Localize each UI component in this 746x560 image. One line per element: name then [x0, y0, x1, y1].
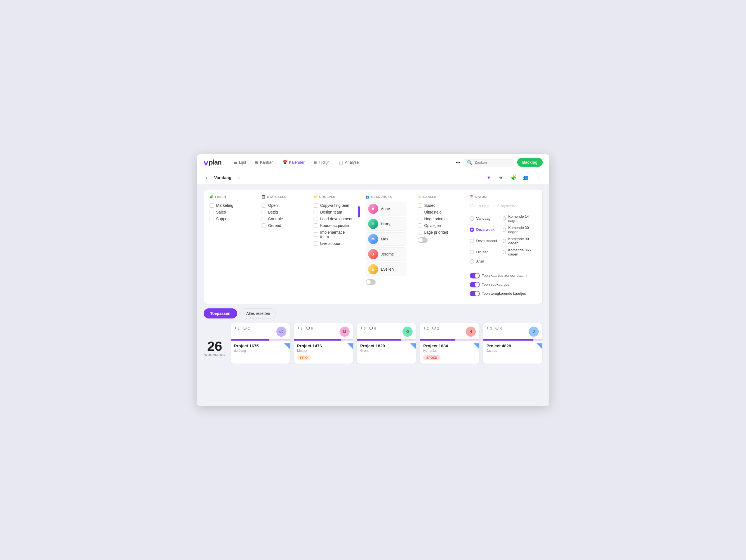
card-stats-1476: ⬆ 3 💬 6	[297, 327, 313, 331]
resource-evelien[interactable]: E Evelien	[366, 262, 406, 276]
date-deze-week[interactable]: Deze week	[470, 224, 498, 235]
filter-open[interactable]: Open	[261, 202, 302, 209]
lage-prio-checkbox[interactable]	[418, 230, 422, 234]
resource-max[interactable]: M Max	[366, 232, 406, 246]
radio-k14[interactable]	[503, 216, 506, 221]
uitgesteld-checkbox[interactable]	[418, 210, 422, 214]
radio-altijd[interactable]	[470, 259, 474, 263]
filter-lead-dev[interactable]: Lead development	[314, 216, 354, 222]
live-support-checkbox[interactable]	[314, 241, 318, 246]
hoge-prio-checkbox[interactable]	[418, 217, 422, 221]
open-checkbox[interactable]	[261, 203, 266, 208]
toggle-subkaartjes-switch[interactable]	[470, 282, 480, 287]
filter-koude[interactable]: Koude acquisitie	[314, 222, 354, 229]
filter-hoge-prio[interactable]: Hoge prioriteit	[418, 216, 458, 222]
nav-kanban[interactable]: ⊞ Kanban	[252, 159, 277, 166]
eye-icon[interactable]: 👁	[497, 173, 506, 182]
gereed-checkbox[interactable]	[261, 223, 266, 228]
date-k14[interactable]: Komende 14 dagen	[503, 213, 531, 224]
nav-kalender[interactable]: 📅 Kalender	[279, 159, 308, 166]
date-nav: ‹ Vandaag ›	[204, 174, 242, 181]
filter-lage-prio[interactable]: Lage prioriteit	[418, 229, 458, 236]
groepen-scrollbar[interactable]	[358, 206, 360, 218]
card-top-4829: ⬆ 3 💬 6 J	[483, 323, 542, 339]
resources-toggle[interactable]	[366, 279, 376, 285]
toggle-zonder-datum-switch[interactable]	[470, 273, 480, 278]
menu-dots-icon[interactable]: ⋮	[534, 173, 543, 182]
resource-anne[interactable]: A Anne	[366, 202, 406, 216]
date-vandaag[interactable]: Vandaag	[470, 213, 498, 224]
card-flag-1675	[284, 343, 290, 349]
avatar-harry: H	[368, 219, 378, 229]
avatar-jerome: J	[368, 249, 378, 259]
sales-checkbox[interactable]	[209, 210, 214, 214]
date-label: Vandaag	[214, 175, 232, 180]
statussen-title: 🔲 STATUSSEN	[261, 195, 302, 199]
lead-dev-checkbox[interactable]	[314, 217, 318, 221]
radio-k30[interactable]	[503, 227, 506, 232]
radio-deze-week[interactable]	[470, 227, 474, 232]
design-checkbox[interactable]	[314, 210, 318, 214]
reset-button[interactable]: Alles resetten	[240, 308, 276, 318]
nav-lijst[interactable]: ☰ Lijst	[230, 159, 250, 166]
upload-icon: ⬆	[297, 327, 299, 330]
opvolgen-checkbox[interactable]	[418, 223, 422, 228]
spoed-checkbox[interactable]	[418, 203, 422, 208]
comment-icon: 💬	[306, 327, 310, 330]
backlog-button[interactable]: Backlog	[517, 158, 542, 167]
expand-icon[interactable]: ⊹	[456, 159, 460, 165]
puzzle-icon[interactable]: 🧩	[509, 173, 518, 182]
card-top-1834: ⬆ 2 💬 2 H	[420, 323, 479, 339]
date-k30[interactable]: Komende 30 dagen	[503, 224, 531, 235]
radio-deze-maand[interactable]	[470, 239, 474, 243]
filter-bezig[interactable]: Bezig	[261, 209, 302, 216]
filter-gereed[interactable]: Gereed	[261, 222, 302, 229]
avatar-evelien: E	[368, 264, 378, 274]
date-k365[interactable]: Komende 365 dagen	[503, 247, 531, 257]
card-title-1675: Project 1675	[234, 343, 287, 348]
filter-panel: 🧩 FASEN Marketing Sales Support 🔲 STATUS…	[204, 189, 543, 304]
filter-controle[interactable]: Controle	[261, 216, 302, 222]
marketing-checkbox[interactable]	[209, 203, 214, 208]
date-dit-jaar[interactable]: Dit jaar	[470, 247, 498, 257]
people-icon[interactable]: 👥	[521, 173, 530, 182]
filter-live-support[interactable]: Live support	[314, 240, 354, 247]
filter-support[interactable]: Support	[209, 216, 250, 222]
filter-opvolgen[interactable]: Opvolgen	[418, 222, 458, 229]
filter-icon[interactable]: ▼	[485, 173, 493, 182]
filter-sales[interactable]: Sales	[209, 209, 250, 216]
radio-vandaag[interactable]	[470, 216, 474, 221]
resource-jerome[interactable]: J Jerome	[366, 247, 406, 261]
nav-analyse[interactable]: 📊 Analyse	[335, 159, 362, 166]
date-k90[interactable]: Komende 90 dagen	[503, 236, 531, 246]
day-number: 26	[207, 340, 222, 353]
date-altijd[interactable]: Altijd	[470, 258, 498, 265]
prev-arrow[interactable]: ‹	[204, 174, 210, 181]
radio-dit-jaar[interactable]	[470, 250, 474, 254]
bezig-checkbox[interactable]	[261, 210, 266, 214]
labels-toggle[interactable]	[418, 237, 428, 243]
copywriting-checkbox[interactable]	[314, 203, 318, 208]
controle-checkbox[interactable]	[261, 217, 266, 221]
radio-k90[interactable]	[503, 239, 506, 243]
filter-uitgesteld[interactable]: Uitgesteld	[418, 209, 458, 216]
date-deze-maand[interactable]: Deze maand	[470, 236, 498, 246]
next-arrow[interactable]: ›	[236, 174, 242, 181]
filter-design-team[interactable]: Design team	[314, 209, 354, 216]
comment-icon: 💬	[432, 327, 436, 330]
radio-k365[interactable]	[503, 250, 506, 254]
card-flag-1820	[410, 343, 416, 349]
implementatie-checkbox[interactable]	[314, 232, 318, 237]
filter-implementatie[interactable]: Implementatie team	[314, 229, 354, 240]
toolbar-row: ‹ Vandaag › ▼ 👁 🧩 👥 ⋮	[197, 171, 549, 185]
apply-button[interactable]: Toepassen	[204, 308, 237, 318]
search-input[interactable]	[475, 160, 511, 165]
filter-spoed[interactable]: Spoed	[418, 202, 458, 209]
toggle-terugkerend-switch[interactable]	[470, 291, 480, 297]
filter-copywriting[interactable]: Copywriting team	[314, 202, 354, 209]
nav-tijdlijn[interactable]: ⊟ Tijdlijn	[310, 159, 333, 166]
support-checkbox[interactable]	[209, 217, 214, 221]
koude-checkbox[interactable]	[314, 223, 318, 228]
filter-marketing[interactable]: Marketing	[209, 202, 250, 209]
resource-harry[interactable]: H Harry	[366, 217, 406, 231]
